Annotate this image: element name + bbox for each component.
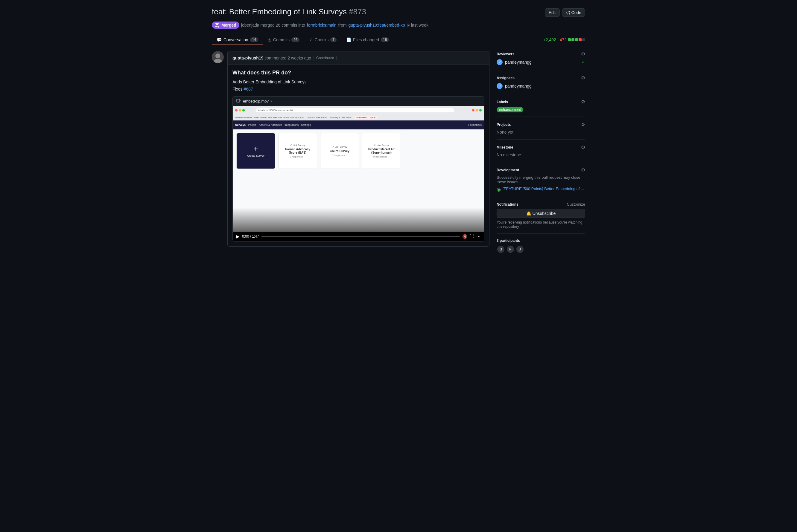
fullscreen-button[interactable]: ⛶ [470, 234, 474, 239]
assignee-item: P pandeymangg [496, 83, 585, 89]
more-options-button[interactable]: ··· [478, 55, 484, 61]
tabs-bar: 💬 Conversation 14 ◎ Commits 26 ✓ Checks … [212, 35, 585, 45]
pr-meta: Merged jobenjada merged 26 commits into … [212, 21, 585, 29]
comment-card: gupta-piyush19 commented 2 weeks ago Con… [228, 51, 489, 247]
tab-conversation[interactable]: 💬 Conversation 14 [212, 35, 263, 45]
commenter-username[interactable]: gupta-piyush19 [233, 56, 263, 60]
copy-icon[interactable]: ⎘ [407, 23, 409, 27]
browser-bar: localhost:3000/environments/... [233, 106, 484, 114]
reviewers-title: Reviewers [496, 52, 514, 56]
contributor-badge: Contributor [313, 55, 337, 61]
edit-button[interactable]: Edit [545, 8, 560, 17]
nav-integrations: Integrations [285, 124, 298, 127]
participant-avatar-3[interactable]: J [516, 245, 524, 253]
labels-gear-button[interactable]: ⚙ [581, 99, 585, 104]
survey-meta-pmf: 50 responses ··· [373, 155, 390, 158]
pr-title-text: feat: Better Embedding of Link Surveys [212, 7, 347, 16]
video-title: embed-xp.mov [243, 99, 269, 103]
milestone-title: Milestone [496, 145, 513, 149]
diff-blocks [568, 38, 585, 41]
browser-url-bar: localhost:3000/environments/... [255, 108, 454, 112]
development-gear-button[interactable]: ⚙ [581, 167, 585, 173]
projects-gear-button[interactable]: ⚙ [581, 122, 585, 127]
diff-block-4 [579, 38, 582, 41]
video-dropdown-arrow[interactable]: ▾ [270, 99, 272, 103]
browser-btn-2 [476, 109, 478, 112]
nav-actions: Actions & Attributes [259, 124, 282, 127]
survey-meta-eas: 3 responses ··· [290, 155, 306, 158]
diff-del: –472 [557, 37, 567, 42]
survey-card-pmf[interactable]: ↗ Link Survey Product Market Fit (Superh… [362, 133, 401, 169]
assignees-gear-button[interactable]: ⚙ [581, 75, 585, 81]
notification-text: You're receiving notifications because y… [496, 220, 585, 229]
reviewer-item: P pandeymangg ✓ [496, 59, 585, 65]
projects-section: Projects ⚙ None yet [496, 117, 585, 139]
code-button[interactable]: ⟨/⟩ Code [562, 8, 585, 17]
survey-meta-churn: 0 responses ··· [332, 154, 347, 157]
reviewers-section: Reviewers ⚙ P pandeymangg ✓ [496, 51, 585, 70]
notifications-title: Notifications [496, 202, 519, 207]
survey-card-churn[interactable]: ↗ Link Survey Churn Survey 0 responses ·… [320, 133, 359, 169]
more-video-button[interactable]: ⋯ [476, 234, 481, 239]
diff-stats: +2,492 –472 [543, 37, 585, 42]
video-file-icon [236, 99, 241, 103]
development-title: Development [496, 168, 519, 172]
mute-button[interactable]: 🔇 [462, 234, 467, 239]
participants-avatars: G P J [496, 245, 585, 253]
create-survey-label: Create Survey [247, 154, 265, 157]
conversation-label: Conversation [223, 37, 248, 42]
milestone-gear-button[interactable]: ⚙ [581, 144, 585, 150]
files-count: 18 [381, 37, 389, 42]
tab-commits[interactable]: ◎ Commits 26 [263, 35, 305, 45]
survey-card-eas[interactable]: ↗ Link Survey Earned Advocacy Score (EAS… [278, 133, 317, 169]
browser-dot-min [239, 109, 241, 112]
development-header: Development ⚙ [496, 167, 585, 173]
comment-time: 2 weeks ago [288, 56, 311, 60]
video-progress-bar[interactable] [261, 236, 460, 237]
bookmark-2: Web [254, 116, 258, 119]
assignee-avatar: P [496, 83, 503, 89]
create-plus-icon: + [254, 145, 258, 153]
participant-avatar-1[interactable]: G [496, 245, 505, 253]
dev-issue-item: ◉ [FEATURE][500 Points] Better Embedding… [496, 187, 585, 192]
play-button[interactable]: ▶ [236, 234, 240, 239]
browser-dot-max [242, 109, 245, 112]
video-gradient-overlay [233, 208, 484, 232]
tab-files[interactable]: 📄 Files changed 18 [341, 35, 394, 45]
reviewer-name[interactable]: pandeymangg [505, 60, 532, 64]
customize-link[interactable]: Customize [567, 202, 585, 207]
checks-count: 7 [330, 37, 337, 42]
assignee-name[interactable]: pandeymangg [505, 84, 532, 89]
projects-none: None yet [496, 130, 513, 134]
pr-title: feat: Better Embedding of Link Surveys #… [212, 7, 366, 16]
survey-title-eas: Earned Advocacy Score (EAS) [282, 148, 314, 154]
unsubscribe-button[interactable]: 🔔 Unsubscribe [496, 209, 585, 218]
enhancement-label[interactable]: enhancement [496, 107, 523, 112]
create-survey-card[interactable]: + Create Survey [236, 133, 275, 169]
dev-issue-link[interactable]: [FEATURE][500 Points] Better Embedding o… [503, 187, 584, 191]
head-branch-link[interactable]: gupta-piyush19:feat/embed-xp [348, 23, 405, 27]
tab-checks[interactable]: ✓ Checks 7 [304, 35, 341, 45]
reviewer-approved-icon: ✓ [582, 60, 585, 64]
svg-marker-4 [240, 100, 241, 101]
merged-badge: Merged [212, 21, 239, 29]
conversation-icon: 💬 [217, 37, 222, 42]
commits-label: Commits [273, 37, 290, 42]
base-branch-link[interactable]: formbricks:main [307, 23, 337, 27]
comment-body: What does this PR do? Adds Better Embedd… [228, 65, 489, 246]
fixes-link[interactable]: #687 [243, 87, 253, 92]
participants-title: 3 participants [496, 239, 585, 243]
participant-avatar-2[interactable]: P [506, 245, 514, 253]
diff-block-2 [572, 38, 575, 41]
commits-count: 26 [291, 37, 300, 42]
browser-controls [458, 109, 482, 112]
notifications-section: Notifications Customize 🔔 Unsubscribe Yo… [496, 197, 585, 234]
reviewers-gear-button[interactable]: ⚙ [581, 51, 585, 57]
bookmark-1: DailyBookmarks [235, 116, 253, 119]
assignees-header: Assignees ⚙ [496, 75, 585, 81]
main-layout: gupta-piyush19 commented 2 weeks ago Con… [212, 51, 585, 258]
time-ago: last week [411, 23, 429, 27]
fixes-prefix: Fixes [233, 87, 243, 92]
video-embed: embed-xp.mov ▾ [233, 96, 484, 242]
conversation-count: 14 [250, 37, 258, 42]
